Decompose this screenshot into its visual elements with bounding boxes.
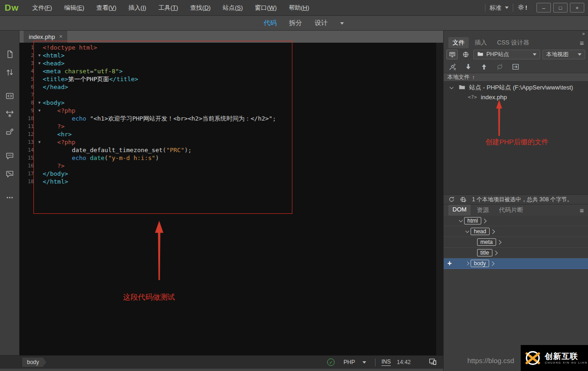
menu-D[interactable]: 查找(D) bbox=[184, 0, 217, 16]
server-globe-icon[interactable] bbox=[460, 50, 471, 59]
code-line[interactable]: 1<!doctype html> bbox=[19, 44, 276, 51]
dom-node-body[interactable]: +body bbox=[444, 258, 588, 269]
view-dropdown[interactable]: 本地视图 bbox=[543, 50, 585, 59]
sync-settings-button[interactable]: ! bbox=[517, 4, 527, 12]
code-line[interactable]: 2▼<html> bbox=[19, 51, 276, 59]
code-line[interactable]: 3▼<head> bbox=[19, 59, 276, 67]
panel-tab-代码片断[interactable]: 代码片断 bbox=[495, 205, 527, 216]
language-dropdown[interactable]: PHP bbox=[341, 359, 369, 365]
code-text: <meta charset="utf-8"> bbox=[43, 67, 123, 75]
dom-node-head[interactable]: head bbox=[444, 226, 588, 237]
menu-I[interactable]: 插入(I) bbox=[123, 0, 152, 16]
menu-W[interactable]: 窗口(W) bbox=[249, 0, 283, 16]
menu-V[interactable]: 查看(V) bbox=[90, 0, 123, 16]
workspace-selector[interactable]: 标准 bbox=[490, 4, 509, 12]
code-line[interactable]: 8▼<body> bbox=[19, 99, 276, 107]
menu-F[interactable]: 文件(F) bbox=[26, 0, 58, 16]
code-block-icon[interactable] bbox=[4, 90, 16, 102]
dom-node-title[interactable]: title bbox=[444, 248, 588, 258]
expander-icon[interactable] bbox=[458, 220, 464, 222]
panel-collapse-icon[interactable]: » bbox=[444, 31, 588, 37]
code-line[interactable]: 7 bbox=[19, 91, 276, 99]
refresh-icon[interactable] bbox=[448, 196, 455, 203]
code-line[interactable]: 11 ?> bbox=[19, 122, 276, 130]
code-text: </body> bbox=[43, 170, 68, 178]
sync-icon[interactable] bbox=[496, 63, 504, 70]
fold-spacer bbox=[36, 178, 43, 186]
fold-arrow-icon[interactable]: ▼ bbox=[36, 59, 43, 67]
line-number: 3 bbox=[19, 59, 36, 67]
tab-index-php[interactable]: index.php × bbox=[24, 31, 67, 43]
insert-mode-indicator[interactable]: INS bbox=[381, 358, 391, 366]
code-line[interactable]: 5<title>第一个PHP页面</title> bbox=[19, 75, 276, 83]
tree-item-site-root[interactable]: 站点 - PHP站点 (F:\AppServ\www\test) bbox=[444, 83, 588, 92]
code-line[interactable]: 6</head> bbox=[19, 83, 276, 91]
code-line[interactable]: 4<meta charset="utf-8"> bbox=[19, 67, 276, 75]
code-line[interactable]: 17</body> bbox=[19, 170, 276, 178]
panel-tab-文件[interactable]: 文件 bbox=[448, 37, 469, 48]
panel-tab-资源[interactable]: 资源 bbox=[472, 205, 493, 216]
site-files-icon[interactable] bbox=[446, 50, 458, 59]
code-line[interactable]: 16 ?> bbox=[19, 162, 276, 170]
code-text: <title>第一个PHP页面</title> bbox=[43, 75, 138, 83]
expander-icon[interactable] bbox=[464, 262, 471, 265]
expand-icon[interactable] bbox=[512, 63, 519, 70]
code-lines: 1<!doctype html>2▼<html>3▼<head>4<meta c… bbox=[19, 44, 276, 186]
new-file-icon[interactable] bbox=[4, 48, 16, 60]
log-icon[interactable] bbox=[460, 196, 467, 203]
panel-menu-icon[interactable]: ≡ bbox=[580, 39, 588, 47]
view-mode-设计[interactable]: 设计 bbox=[315, 19, 328, 27]
preview-devices-icon[interactable] bbox=[429, 358, 437, 367]
view-mode-chevron-icon[interactable] bbox=[340, 22, 344, 25]
more-icon[interactable] bbox=[4, 192, 16, 204]
get-files-icon[interactable] bbox=[465, 63, 472, 70]
panel-tab-插入[interactable]: 插入 bbox=[471, 37, 491, 48]
menu-S[interactable]: 站点(S) bbox=[217, 0, 249, 16]
view-mode-拆分[interactable]: 拆分 bbox=[289, 19, 302, 27]
panel-menu-icon[interactable]: ≡ bbox=[580, 206, 588, 214]
panel-tab-CSS 设计器[interactable]: CSS 设计器 bbox=[493, 37, 533, 48]
code-editor[interactable]: 1<!doctype html>2▼<html>3▼<head>4<meta c… bbox=[19, 43, 443, 355]
code-line[interactable]: 13▼ <?php bbox=[19, 138, 276, 146]
comment-icon[interactable] bbox=[4, 150, 16, 162]
minimize-button[interactable]: – bbox=[536, 3, 551, 13]
workspace-label: 标准 bbox=[490, 4, 502, 12]
local-files-header[interactable]: 本地文件 ↑ bbox=[444, 73, 588, 82]
wrap-tag-icon[interactable] bbox=[4, 108, 16, 120]
fold-spacer bbox=[36, 44, 43, 51]
fold-arrow-icon[interactable]: ▼ bbox=[36, 138, 43, 146]
comment-block-icon[interactable] bbox=[4, 168, 16, 180]
maximize-button[interactable]: □ bbox=[553, 3, 568, 13]
menu-E[interactable]: 编辑(E) bbox=[58, 0, 90, 16]
panel-tab-DOM[interactable]: DOM bbox=[448, 205, 471, 216]
menu-H[interactable]: 帮助(H) bbox=[283, 0, 315, 16]
edit-tag-icon[interactable] bbox=[4, 126, 16, 138]
code-line[interactable]: 15 echo date("y-m-d h:i:s") bbox=[19, 154, 276, 162]
view-mode-代码[interactable]: 代码 bbox=[264, 19, 277, 27]
expander-icon[interactable] bbox=[464, 231, 471, 232]
code-line[interactable]: 18</html> bbox=[19, 178, 276, 186]
menu-T[interactable]: 工具(T) bbox=[152, 0, 184, 16]
fold-arrow-icon[interactable]: ▼ bbox=[36, 99, 43, 107]
dom-node-html[interactable]: html bbox=[444, 216, 588, 226]
fold-arrow-icon[interactable]: ▼ bbox=[36, 51, 43, 59]
put-files-icon[interactable] bbox=[480, 63, 488, 70]
dom-node-meta[interactable]: meta bbox=[444, 237, 588, 248]
site-dropdown[interactable]: PHP站点 bbox=[473, 50, 540, 59]
tag-breadcrumb[interactable]: body bbox=[22, 358, 46, 367]
expander-icon[interactable] bbox=[448, 87, 455, 89]
code-line[interactable]: 12 <hr> bbox=[19, 130, 276, 138]
close-button[interactable]: × bbox=[570, 3, 584, 13]
tree-item-index.php[interactable]: <?>index.php bbox=[444, 92, 588, 102]
add-element-button[interactable]: + bbox=[447, 260, 452, 267]
code-line[interactable]: 14 date_default_timezone_set("PRC"); bbox=[19, 146, 276, 154]
code-line[interactable]: 9▼ <?php bbox=[19, 107, 276, 115]
fold-arrow-icon[interactable]: ▼ bbox=[36, 107, 43, 115]
file-updown-icon[interactable] bbox=[4, 66, 16, 78]
left-toolbar bbox=[0, 31, 19, 355]
editor-scrollbar[interactable] bbox=[436, 43, 443, 355]
chevron-down-icon bbox=[578, 53, 582, 56]
tab-close-icon[interactable]: × bbox=[59, 33, 62, 40]
code-line[interactable]: 10 echo "<h1>欢迎学习PHP网站开发！<br><h2>当前系统时间为… bbox=[19, 115, 276, 122]
connect-remote-icon[interactable] bbox=[449, 63, 456, 70]
